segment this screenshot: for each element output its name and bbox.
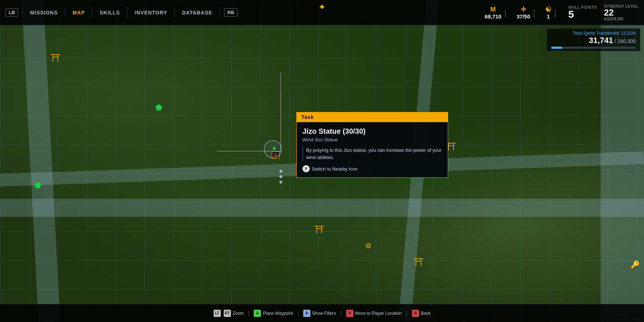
nav-divider-4 — [127, 7, 128, 18]
stat-sep-2: | — [533, 8, 535, 18]
location-value: 37/50 — [516, 13, 530, 20]
money-stat: M 68,710 — [485, 6, 501, 20]
nav-skills[interactable]: SKILLS — [97, 10, 123, 16]
bottom-sep-4: | — [406, 310, 408, 317]
bottom-back-btn[interactable]: B Back — [412, 310, 431, 317]
waypoint-dot-1 — [279, 170, 282, 173]
key-symbol: 🔑 — [631, 261, 640, 269]
location-icon: ✛ — [521, 5, 526, 13]
rt-icon: RT — [224, 310, 231, 317]
torii-symbol-1: ⛩ — [51, 53, 61, 64]
spirits-panel: Total Spirits Transferred: 13.21% 31,741… — [546, 28, 640, 51]
stat-sep-3: | — [554, 8, 556, 18]
torii-symbol-4: ⛩ — [414, 257, 424, 268]
popup-title: Jizo Statue (30/30) — [302, 127, 442, 136]
synergy-sub: 4,522/9,200 — [604, 17, 623, 21]
stat-sep-1: | — [504, 8, 506, 18]
bottom-rt-btn[interactable]: RT Zoom — [224, 310, 244, 317]
torii-symbol-3: ⛩ — [314, 224, 325, 236]
player-circle — [264, 140, 282, 158]
waypoint-dot-2 — [279, 175, 282, 178]
a-icon: A — [254, 310, 261, 317]
nav-divider-2 — [65, 7, 65, 18]
place-waypoint-label: Place Waypoint — [263, 311, 293, 316]
bottom-filters-btn[interactable]: ① Show Filters — [303, 310, 336, 317]
top-nav-bar: LB MISSIONS MAP SKILLS INVENTORY DATABAS… — [0, 0, 644, 25]
bottom-move-btn[interactable]: R Move to Player Location — [346, 310, 402, 317]
synergy-block: SYNERGY LEVEL 22 4,522/9,200 — [604, 4, 639, 21]
popup-action: Y Switch to Nearby Icon — [302, 165, 442, 172]
bottom-sep-3: | — [340, 310, 342, 317]
key-icon: 🔑 — [631, 260, 640, 269]
skill-points-block: SKILL POINTS 5 — [568, 5, 597, 20]
location-stat: ✛ 37/50 — [516, 5, 530, 20]
info-popup: Task Jizo Statue (30/30) Wind Jizo Statu… — [296, 112, 448, 178]
item-icon: ⚙ — [365, 241, 372, 250]
synergy-value: 22 — [604, 8, 614, 17]
lt-icon: LT — [214, 310, 221, 317]
nav-divider-1 — [22, 7, 23, 18]
npc-symbol-2: ⬟ — [34, 181, 41, 190]
spirits-bar-bg — [551, 47, 636, 49]
rb-button[interactable]: RB — [224, 8, 237, 17]
skill-points-value: 5 — [568, 9, 574, 20]
bottom-sep-2: | — [297, 310, 299, 317]
back-label: Back — [421, 311, 431, 316]
action-label: Switch to Nearby Icon — [312, 166, 357, 172]
money-value: 68,710 — [485, 13, 501, 20]
crosshair-vertical — [280, 72, 281, 152]
spirits-total: 240,300 — [617, 38, 636, 44]
nav-divider-6 — [219, 7, 220, 18]
nav-missions[interactable]: MISSIONS — [27, 10, 60, 16]
nav-inventory[interactable]: INVENTORY — [132, 10, 170, 16]
bottom-sep-1: | — [248, 310, 249, 317]
filters-icon: ① — [303, 310, 310, 317]
center-indicator: ◆ — [320, 3, 324, 10]
b-icon: B — [412, 310, 419, 317]
r-icon: R — [346, 310, 353, 317]
spirits-current: 31,741 — [589, 36, 613, 45]
torii-icon-3: ⛩ — [314, 224, 325, 236]
popup-description: By praying to this Jizo statue, you can … — [302, 147, 442, 161]
spirits-bar-fill — [551, 47, 562, 49]
nav-map[interactable]: MAP — [70, 10, 88, 16]
nav-divider-3 — [92, 7, 93, 18]
yin-yang-value: 1 — [547, 13, 550, 20]
torii-icon-4: ⛩ — [414, 257, 424, 269]
crosshair-horizontal — [217, 151, 280, 151]
npc-icon-2: ⬟ — [34, 181, 41, 190]
npc-symbol-1: ⬟ — [155, 103, 162, 112]
waypoint-dot-3 — [279, 181, 282, 184]
yin-yang-stat: ☯ 1 — [545, 5, 551, 20]
popup-subtitle: Wind Jizo Statue — [302, 137, 442, 142]
bottom-a-btn[interactable]: A Place Waypoint — [254, 310, 293, 317]
spirits-separator: / — [615, 38, 616, 44]
bottom-nav-bar: LT RT Zoom | A Place Waypoint | ① Show F… — [0, 304, 644, 322]
npc-icon-1: ⬟ — [155, 103, 162, 112]
nav-database[interactable]: DATABASE — [179, 10, 215, 16]
item-symbol: ⚙ — [365, 242, 372, 250]
money-icon: M — [490, 6, 496, 13]
action-button-y[interactable]: Y — [302, 165, 310, 172]
lb-button[interactable]: LB — [5, 8, 18, 17]
move-player-label: Move to Player Location — [355, 311, 402, 316]
popup-body: Jizo Statue (30/30) Wind Jizo Statue By … — [296, 122, 448, 178]
zoom-label: Zoom — [233, 311, 244, 316]
popup-header: Task — [296, 112, 448, 122]
torii-icon-1: ⛩ — [51, 52, 61, 64]
nav-divider-5 — [175, 7, 175, 18]
yin-yang-icon: ☯ — [545, 5, 551, 13]
show-filters-label: Show Filters — [312, 311, 336, 316]
road-2 — [0, 199, 644, 217]
spirits-title: Total Spirits Transferred: 13.21% — [551, 31, 636, 36]
bottom-lt-btn[interactable]: LT — [214, 310, 221, 317]
